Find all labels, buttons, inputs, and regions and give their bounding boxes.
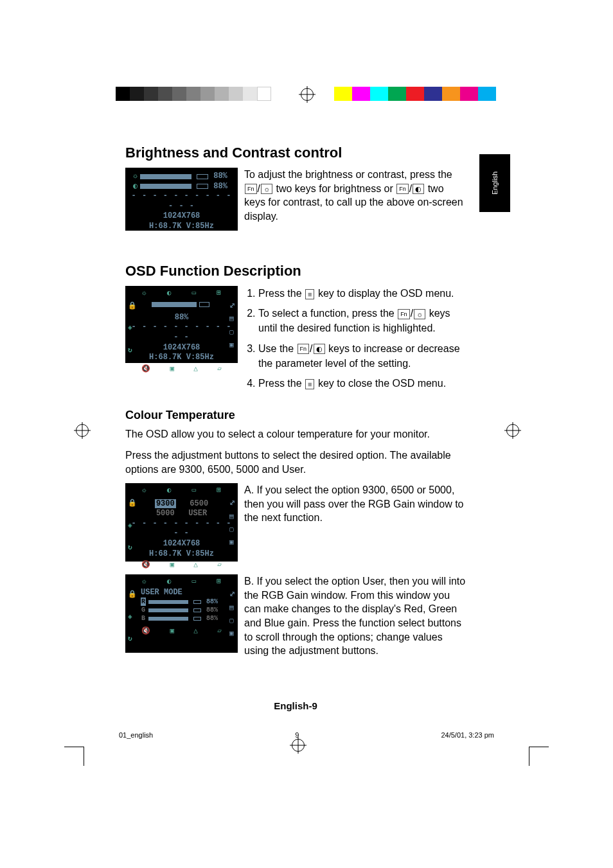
colour-temp-text-b: B. If you select the option User, then y… xyxy=(244,574,466,658)
refresh-icon: ↻ xyxy=(128,543,137,552)
speaker-icon: 🔇 xyxy=(141,560,150,569)
footer-file: 01_english xyxy=(119,731,153,739)
opt-5000: 5000 xyxy=(156,509,175,518)
registration-mark-icon xyxy=(506,424,519,437)
lock-icon: 🔒 xyxy=(128,590,137,599)
triangle-icon: △ xyxy=(193,364,198,373)
osd-resolution: 1024X768 xyxy=(129,343,234,353)
refresh-icon: ↻ xyxy=(128,634,137,643)
refresh-icon: ↻ xyxy=(128,346,137,355)
step-2: To select a function, press the Fn/☼ key… xyxy=(258,306,466,335)
fn-key-icon: Fn xyxy=(398,309,410,319)
osd-colour-temp-display: ☼ ◐ ▭ ⊞ 🔒 ◈ ↻ ⤢ ▤ ▢ ▣ 9300 6500 5000 xyxy=(125,483,238,562)
trapezoid-icon: ▱ xyxy=(217,560,222,569)
rect-icon: ▢ xyxy=(229,525,235,534)
crop-mark xyxy=(64,747,84,747)
hpos-icon: ⊞ xyxy=(217,288,221,297)
hpos-icon: ⊞ xyxy=(217,577,221,586)
g-value: 88% xyxy=(206,606,218,614)
colour-temp-text-a: A. If you select the option 9300, 6500 o… xyxy=(244,483,466,562)
step-1: Press the key to display the OSD menu. xyxy=(258,286,466,301)
diamond-icon: ◈ xyxy=(128,612,137,621)
grayscale-calibration-bars xyxy=(116,87,271,101)
lock-icon: 🔒 xyxy=(128,301,137,310)
colour-temperature-heading: Colour Temperature xyxy=(125,409,466,422)
hpos-icon: ⊞ xyxy=(217,486,221,495)
colour-temp-p1: The OSD allow you to select a colour tem… xyxy=(125,427,466,441)
registration-mark-icon xyxy=(76,424,89,437)
speaker-icon: 🔇 xyxy=(141,364,150,373)
osd-resolution: 1024X768 xyxy=(129,539,234,549)
diamond-icon: ◈ xyxy=(128,521,137,530)
brightness-value: 88% xyxy=(213,172,227,182)
contrast-icon: ◐ xyxy=(167,486,172,495)
language-tab: English xyxy=(479,154,510,212)
triangle-icon: △ xyxy=(193,560,198,569)
page-icon: ▤ xyxy=(229,512,235,521)
crop-mark xyxy=(84,747,84,766)
diamond-icon: ◈ xyxy=(128,323,137,332)
trapezoid-icon: ▱ xyxy=(217,364,222,373)
page-footer-label: English-9 xyxy=(125,700,466,711)
brightness-icon: ☼ xyxy=(142,577,147,586)
triangle-icon: △ xyxy=(193,626,198,635)
b-value: 88% xyxy=(206,614,218,623)
osd-sync: H:68.7K V:85Hz xyxy=(129,549,234,560)
contrast-key-icon: ◐ xyxy=(314,344,325,354)
hsize-icon: ▭ xyxy=(192,486,197,495)
osd-function-display: ☼ ◐ ▭ ⊞ 🔒 ◈ ↻ ⤢ ▤ ▢ ▣ 88% - - - - - - - … xyxy=(125,286,238,363)
osd-brightness-contrast-display: 88% 88% - - - - - - - - - - - - - 1024X7… xyxy=(125,168,238,231)
square-icon: ▣ xyxy=(229,341,235,350)
opt-6500: 6500 xyxy=(190,499,208,508)
box-icon: ▣ xyxy=(170,560,174,569)
opt-user: USER xyxy=(188,509,207,518)
colour-temp-p2: Press the adjustment buttons to select t… xyxy=(125,448,466,477)
contrast-icon: ◐ xyxy=(167,288,172,297)
user-mode-label: USER MODE xyxy=(129,588,234,598)
brightness-contrast-body: To adjust the brightness or contrast, pr… xyxy=(244,168,466,231)
footer-timestamp: 24/5/01, 3:23 pm xyxy=(441,731,494,739)
rect-icon: ▢ xyxy=(229,328,235,337)
osd-user-mode-display: ☼ ◐ ▭ ⊞ 🔒 ◈ ↻ ⤢ ▤ ▢ ▣ USER MODE R 88% xyxy=(125,574,238,653)
r-label: R xyxy=(141,598,146,606)
step-3: Use the Fn/◐ keys to increase or decreas… xyxy=(258,341,466,371)
expand-icon: ⤢ xyxy=(229,590,235,599)
crop-mark xyxy=(529,747,529,766)
osd-resolution: 1024X768 xyxy=(129,211,234,222)
osd-sync: H:68.7K V:85Hz xyxy=(129,353,234,363)
menu-key-icon xyxy=(305,379,314,389)
contrast-icon xyxy=(133,182,138,192)
r-value: 88% xyxy=(206,598,218,606)
page-icon: ▤ xyxy=(229,314,235,323)
crop-mark xyxy=(529,747,549,747)
fn-key-icon: Fn xyxy=(298,344,310,354)
osd-steps-list: Press the key to display the OSD menu. T… xyxy=(244,286,466,396)
trapezoid-icon: ▱ xyxy=(217,626,222,635)
color-calibration-bars xyxy=(334,87,496,101)
brightness-key-icon: ☼ xyxy=(414,309,425,319)
osd-percent: 88% xyxy=(129,313,234,323)
osd-sync: H:68.7K V:85Hz xyxy=(129,222,234,232)
box-icon: ▣ xyxy=(170,364,174,373)
brightness-icon: ☼ xyxy=(142,288,147,297)
fn-key-icon: Fn xyxy=(396,184,409,194)
brightness-icon xyxy=(133,172,138,182)
speaker-icon: 🔇 xyxy=(141,626,150,635)
brightness-contrast-heading: Brightness and Contrast control xyxy=(125,145,466,161)
expand-icon: ⤢ xyxy=(229,499,235,508)
contrast-key-icon: ◐ xyxy=(413,184,424,194)
registration-mark-icon xyxy=(301,88,314,101)
footer-metadata: 01_english 9 24/5/01, 3:23 pm xyxy=(112,731,501,739)
square-icon: ▣ xyxy=(229,538,235,547)
brightness-key-icon: ☼ xyxy=(261,184,272,194)
g-label: G xyxy=(141,606,146,614)
page-icon: ▤ xyxy=(229,603,235,612)
lock-icon: 🔒 xyxy=(128,499,137,508)
hsize-icon: ▭ xyxy=(192,288,197,297)
fn-key-icon: Fn xyxy=(245,184,257,194)
contrast-value: 88% xyxy=(213,182,227,192)
footer-pagenum: 9 xyxy=(295,731,299,739)
menu-key-icon xyxy=(305,289,314,299)
rect-icon: ▢ xyxy=(229,616,235,625)
opt-9300: 9300 xyxy=(155,499,176,508)
